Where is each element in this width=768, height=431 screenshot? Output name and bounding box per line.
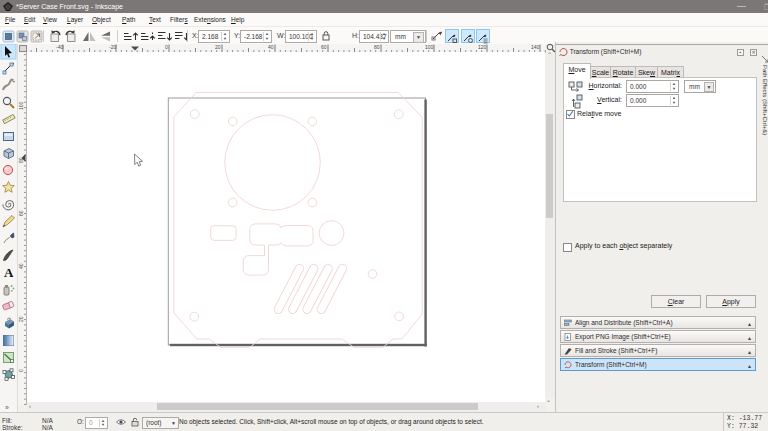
svg-text:40: 40 — [18, 263, 24, 269]
svg-text:60: 60 — [18, 210, 24, 216]
svg-text:60: 60 — [321, 44, 327, 50]
svg-text:120: 120 — [478, 44, 487, 50]
svg-text:0: 0 — [18, 369, 24, 372]
svg-text:20: 20 — [215, 44, 221, 50]
svg-text:40: 40 — [268, 44, 274, 50]
svg-text:100: 100 — [18, 101, 24, 110]
svg-text:20: 20 — [18, 316, 24, 322]
svg-text:80: 80 — [374, 44, 380, 50]
svg-text:A: A — [4, 265, 14, 280]
svg-text:-40: -40 — [56, 44, 63, 50]
svg-text:100: 100 — [425, 44, 434, 50]
svg-text:140: 140 — [531, 44, 540, 50]
svg-text:-20: -20 — [109, 44, 116, 50]
svg-text:0: 0 — [165, 44, 168, 50]
